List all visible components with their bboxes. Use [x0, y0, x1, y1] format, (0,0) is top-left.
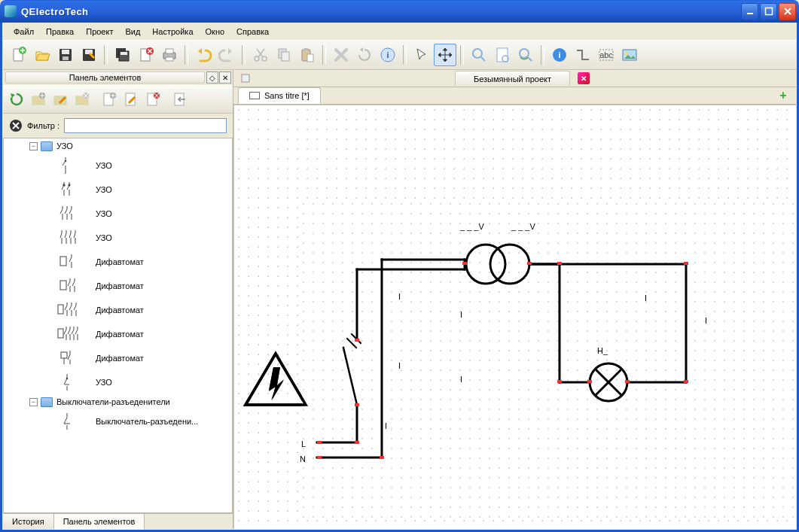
open-button[interactable] [31, 44, 53, 66]
fit-page-button[interactable] [491, 44, 514, 66]
panel-bottom-tabs: История Панель элементов [3, 513, 233, 529]
svg-text:i: i [386, 50, 389, 59]
svg-rect-51 [60, 257, 66, 266]
edit-category-button[interactable] [50, 89, 71, 110]
save-button[interactable] [54, 44, 77, 66]
close-file-button[interactable] [135, 44, 157, 66]
label-N: N [300, 454, 306, 464]
new-element-button[interactable] [99, 89, 120, 110]
delete-category-button[interactable] [72, 89, 93, 110]
new-button[interactable] [8, 44, 30, 66]
elements-tree[interactable]: − УЗО УЗО УЗО УЗО УЗО Дифавтомат Дифавто… [3, 138, 233, 513]
sheet-icon [249, 92, 260, 99]
wire-tool[interactable] [572, 44, 594, 66]
project-tab[interactable]: Безымянный проект [455, 71, 570, 86]
paste-button[interactable] [296, 44, 319, 66]
canvas-scroll[interactable]: L N _ _ _V _ _ _V I I I I I I I H_ [233, 105, 796, 529]
svg-rect-53 [58, 305, 63, 314]
tree-item[interactable]: Выключатель-разъедени... [4, 409, 232, 433]
sheet-tab-row: Sans titre [*] + [233, 87, 796, 105]
svg-rect-0 [747, 13, 753, 14]
svg-rect-98 [317, 456, 322, 459]
project-tab-close[interactable]: ✕ [578, 72, 590, 84]
clear-filter-icon[interactable] [9, 119, 23, 132]
save-as-button[interactable] [78, 44, 100, 66]
label-I: I [398, 292, 401, 301]
copy-button[interactable] [273, 44, 295, 66]
new-category-button[interactable] [28, 89, 49, 110]
panel-title: Панель элементов [5, 71, 205, 84]
panel-float-button[interactable]: ◇ [206, 71, 218, 84]
svg-point-50 [69, 184, 70, 186]
svg-rect-57 [242, 74, 249, 82]
label-I: I [705, 316, 707, 325]
refresh-button[interactable] [6, 89, 27, 110]
main-toolbar: i i abc [3, 40, 796, 70]
menu-window[interactable]: Окно [200, 26, 230, 38]
svg-rect-22 [304, 48, 308, 50]
label-I: I [460, 375, 462, 384]
close-button[interactable] [779, 3, 796, 20]
text-tool[interactable]: abc [595, 44, 618, 66]
tree-item[interactable]: УЗО [4, 202, 232, 226]
document-area: Безымянный проект ✕ Sans titre [*] + [233, 70, 796, 529]
info-button[interactable]: i [377, 44, 399, 66]
move-tool[interactable] [434, 44, 456, 66]
redo-button[interactable] [215, 44, 238, 66]
delete-element-button[interactable] [142, 89, 163, 110]
svg-point-26 [473, 49, 482, 58]
panel-close-button[interactable]: ✕ [219, 71, 231, 84]
svg-rect-55 [61, 352, 67, 358]
label-L: L [301, 439, 306, 448]
menu-project[interactable]: Проект [81, 26, 118, 38]
delete-button[interactable] [330, 44, 352, 66]
zoom-button[interactable] [468, 44, 490, 66]
tree-item[interactable]: УЗО [4, 154, 232, 178]
label-I: I [645, 293, 647, 302]
menu-help[interactable]: Справка [231, 26, 274, 38]
zoom-reset-button[interactable] [514, 44, 537, 66]
tree-item[interactable]: Дифавтомат [4, 322, 232, 346]
tab-elements-panel[interactable]: Панель элементов [54, 514, 145, 530]
tree-item[interactable]: Дифавтомат [4, 274, 232, 298]
window-titlebar: QElectroTech [0, 0, 799, 23]
add-sheet-button[interactable]: + [776, 89, 790, 102]
pointer-tool[interactable] [410, 44, 433, 66]
import-button[interactable] [169, 89, 191, 110]
label-H: H_ [597, 346, 608, 355]
tree-item[interactable]: Дифавтомат [4, 298, 232, 322]
edit-element-button[interactable] [120, 89, 142, 110]
tree-item[interactable]: УЗО [4, 370, 232, 394]
tab-history[interactable]: История [3, 514, 54, 529]
menu-edit[interactable]: Правка [41, 26, 79, 38]
save-all-button[interactable] [111, 44, 134, 66]
maximize-button[interactable] [760, 3, 777, 20]
tree-item[interactable]: Дифавтомат [4, 346, 232, 370]
svg-rect-105 [557, 262, 562, 265]
filter-input[interactable] [64, 118, 227, 133]
tree-item[interactable]: УЗО [4, 226, 232, 250]
menu-settings[interactable]: Настройка [147, 26, 198, 38]
menu-view[interactable]: Вид [120, 26, 145, 38]
rotate-button[interactable] [353, 44, 376, 66]
cut-button[interactable] [249, 44, 272, 66]
sheet-tab[interactable]: Sans titre [*] [238, 87, 321, 104]
svg-rect-104 [527, 262, 532, 265]
svg-rect-16 [166, 57, 173, 61]
minimize-button[interactable] [741, 3, 758, 20]
svg-rect-15 [166, 49, 173, 53]
tree-group-uzo[interactable]: − УЗО [4, 138, 232, 154]
tree-item[interactable]: УЗО [4, 178, 232, 202]
tree-item[interactable]: Дифавтомат [4, 250, 232, 274]
image-tool[interactable] [618, 44, 641, 66]
svg-rect-107 [684, 380, 688, 383]
about-button[interactable]: i [548, 44, 571, 66]
print-button[interactable] [158, 44, 181, 66]
undo-button[interactable] [192, 44, 215, 66]
elements-panel-toolbar [3, 85, 233, 114]
menu-file[interactable]: Файл [8, 26, 39, 38]
schematic-canvas[interactable]: L N _ _ _V _ _ _V I I I I I I I H_ [233, 105, 796, 529]
project-tab-row: Безымянный проект ✕ [233, 70, 796, 87]
tree-group-switches[interactable]: − Выключатели-разъеденители [4, 394, 232, 409]
svg-rect-8 [85, 50, 93, 54]
